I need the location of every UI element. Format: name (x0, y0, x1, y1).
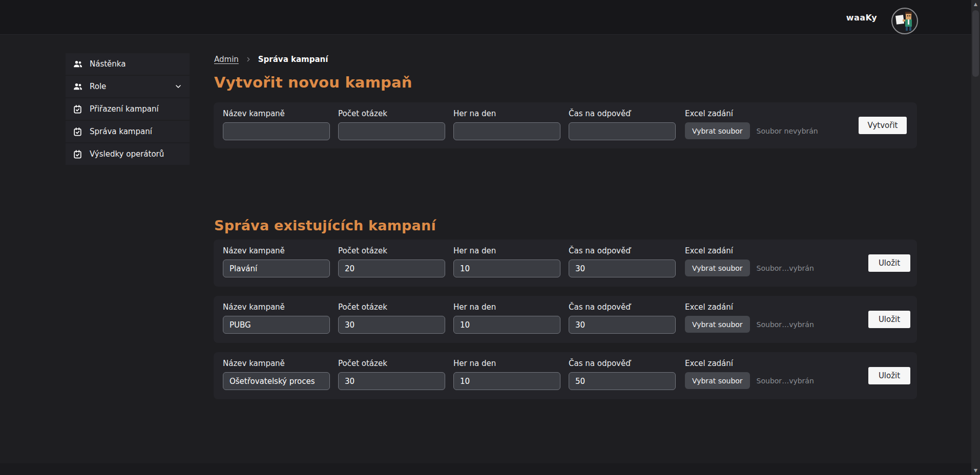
campaign-name-label: Název kampaně (223, 246, 330, 255)
field-excel-upload: Excel zadání Vybrat soubor Soubor…vybrán (685, 359, 900, 389)
answer-time-input[interactable] (569, 316, 676, 334)
question-count-label: Počet otázek (338, 109, 445, 118)
sidebar-item-label: Přiřazení kampaní (90, 104, 159, 114)
campaign-row: Název kampaně Počet otázek Her na den Ča… (214, 296, 917, 343)
calendar-check-icon (73, 104, 83, 114)
sidebar-item-nastenka[interactable]: Nástěnka (66, 53, 190, 75)
field-question-count: Počet otázek (338, 246, 445, 277)
app-window: waaKy Nástěnka (0, 0, 980, 475)
question-count-input[interactable] (338, 372, 445, 390)
sidebar-item-label: Správa kampaní (90, 127, 152, 136)
games-per-day-input[interactable] (453, 260, 560, 277)
sidebar-item-sprava-kampani[interactable]: Správa kampaní (66, 121, 190, 142)
question-count-input[interactable] (338, 316, 445, 334)
campaign-name-input[interactable] (223, 316, 330, 334)
answer-time-label: Čas na odpověď (569, 246, 676, 255)
footer-strip (0, 463, 980, 475)
answer-time-input[interactable] (569, 122, 676, 140)
manage-campaigns-title: Správa existujících kampaní (214, 218, 436, 233)
breadcrumb-current: Správa kampaní (258, 55, 328, 64)
excel-upload-label: Excel zadání (685, 303, 900, 312)
choose-file-button[interactable]: Vybrat soubor (685, 260, 750, 276)
excel-upload-label: Excel zadání (685, 359, 900, 368)
answer-time-input[interactable] (569, 260, 676, 277)
games-per-day-label: Her na den (453, 109, 560, 118)
games-per-day-input[interactable] (453, 122, 560, 140)
file-status-text: Soubor nevybrán (757, 127, 818, 135)
field-games-per-day: Her na den (453, 303, 560, 334)
field-excel-upload: Excel zadání Vybrat soubor Soubor…vybrán (685, 303, 900, 333)
save-campaign-button[interactable]: Uložit (868, 311, 910, 328)
answer-time-input[interactable] (569, 372, 676, 390)
field-question-count: Počet otázek (338, 303, 445, 334)
avatar-cartoon-icon (892, 9, 917, 33)
field-campaign-name: Název kampaně (223, 109, 330, 140)
games-per-day-input[interactable] (453, 372, 560, 390)
choose-file-button[interactable]: Vybrat soubor (685, 316, 750, 333)
field-answer-time: Čas na odpověď (569, 109, 676, 140)
campaign-name-input[interactable] (223, 372, 330, 390)
field-campaign-name: Název kampaně (223, 246, 330, 277)
field-question-count: Počet otázek (338, 359, 445, 390)
sidebar-item-vysledky-operatoru[interactable]: Výsledky operátorů (66, 143, 190, 165)
answer-time-label: Čas na odpověď (569, 359, 676, 368)
field-question-count: Počet otázek (338, 109, 445, 140)
games-per-day-label: Her na den (453, 246, 560, 255)
calendar-check-icon (73, 149, 83, 159)
create-campaign-title: Vytvořit novou kampaň (214, 74, 412, 91)
field-answer-time: Čas na odpověď (569, 246, 676, 277)
question-count-label: Počet otázek (338, 359, 445, 368)
create-campaign-button[interactable]: Vytvořit (859, 117, 907, 134)
brand-logo-text: waaKy (846, 13, 877, 23)
games-per-day-label: Her na den (453, 359, 560, 368)
chevron-down-icon (174, 82, 182, 91)
create-campaign-form: Název kampaně Počet otázek Her na den Ča… (214, 102, 917, 148)
question-count-label: Počet otázek (338, 303, 445, 312)
save-campaign-button[interactable]: Uložit (868, 254, 910, 272)
excel-upload-label: Excel zadání (685, 246, 900, 255)
breadcrumb: Admin Správa kampaní (214, 55, 328, 64)
field-answer-time: Čas na odpověď (569, 359, 676, 390)
field-games-per-day: Her na den (453, 109, 560, 140)
campaign-name-input[interactable] (223, 122, 330, 140)
field-games-per-day: Her na den (453, 246, 560, 277)
sidebar-item-label: Role (90, 82, 106, 91)
calendar-check-icon (73, 126, 83, 137)
games-per-day-label: Her na den (453, 303, 560, 312)
save-campaign-button[interactable]: Uložit (868, 367, 910, 384)
choose-file-button[interactable]: Vybrat soubor (685, 372, 750, 389)
answer-time-label: Čas na odpověď (569, 109, 676, 118)
scroll-up-arrow-icon[interactable]: ▲ (971, 0, 980, 9)
field-excel-upload: Excel zadání Vybrat soubor Soubor…vybrán (685, 246, 900, 276)
field-answer-time: Čas na odpověď (569, 303, 676, 334)
campaign-name-input[interactable] (223, 260, 330, 277)
file-status-text: Soubor…vybrán (757, 320, 814, 329)
chevron-right-icon (245, 56, 252, 63)
vertical-scrollbar[interactable]: ▲ ▼ (971, 0, 980, 475)
question-count-label: Počet otázek (338, 246, 445, 255)
users-icon (73, 81, 83, 92)
scroll-down-arrow-icon[interactable]: ▼ (971, 466, 980, 475)
breadcrumb-link-admin[interactable]: Admin (214, 55, 239, 64)
question-count-input[interactable] (338, 122, 445, 140)
sidebar-item-label: Nástěnka (90, 59, 126, 69)
campaign-name-label: Název kampaně (223, 109, 330, 118)
answer-time-label: Čas na odpověď (569, 303, 676, 312)
campaign-row: Název kampaně Počet otázek Her na den Ča… (214, 352, 917, 399)
top-header: waaKy (0, 0, 980, 35)
campaign-name-label: Název kampaně (223, 303, 330, 312)
user-avatar[interactable] (891, 8, 918, 34)
file-status-text: Soubor…vybrán (757, 264, 814, 272)
games-per-day-input[interactable] (453, 316, 560, 334)
sidebar-item-label: Výsledky operátorů (90, 149, 164, 159)
campaign-row: Název kampaně Počet otázek Her na den Ča… (214, 240, 917, 287)
field-campaign-name: Název kampaně (223, 303, 330, 334)
file-status-text: Soubor…vybrán (757, 377, 814, 385)
choose-file-button[interactable]: Vybrat soubor (685, 122, 750, 139)
sidebar-item-prirazeni-kampani[interactable]: Přiřazení kampaní (66, 98, 190, 120)
field-campaign-name: Název kampaně (223, 359, 330, 390)
scrollbar-thumb[interactable] (972, 10, 979, 77)
sidebar-item-role[interactable]: Role (66, 76, 190, 97)
question-count-input[interactable] (338, 260, 445, 277)
field-games-per-day: Her na den (453, 359, 560, 390)
